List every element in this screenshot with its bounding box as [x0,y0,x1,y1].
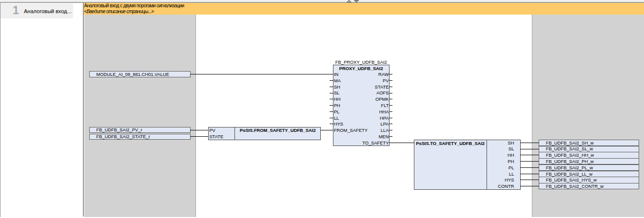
svg-text:LL: LL [334,116,339,121]
svg-text:FB_UDFB_SAI2_PV_r: FB_UDFB_SAI2_PV_r [97,127,142,132]
svg-text:SL: SL [334,91,339,95]
svg-text:PV: PV [209,128,215,133]
svg-text:HPA: HPA [380,116,389,121]
svg-text:CONTR: CONTR [498,184,514,189]
svg-text:RAW: RAW [378,72,389,77]
svg-text:LPA: LPA [381,122,390,127]
svg-text:AOFS: AOFS [376,91,389,95]
svg-text:HYS: HYS [334,122,343,127]
svg-text:PL: PL [508,165,514,170]
svg-text:FB_UDFB_SAI2_SH_w: FB_UDFB_SAI2_SH_w [546,141,594,145]
svg-text:FLT: FLT [381,103,389,108]
svg-text:FB_UDFB_SAI2_STATE_r: FB_UDFB_SAI2_STATE_r [97,134,150,139]
svg-text:PH: PH [334,103,340,108]
svg-text:FB_UDFB_SAI2_PH_w: FB_UDFB_SAI2_PH_w [546,159,594,164]
svg-text:FB_UDFB_SAI2_PL_w: FB_UDFB_SAI2_PL_w [546,165,593,170]
svg-text:PsSIS.TO_SAFETY_UDFB_SAI2: PsSIS.TO_SAFETY_UDFB_SAI2 [416,141,485,146]
svg-text:LLA: LLA [381,128,389,133]
svg-text:OPMK: OPMK [375,97,389,102]
svg-text:FB_PROXY_UDFB_SAI2: FB_PROXY_UDFB_SAI2 [335,60,387,65]
svg-text:MODULE_AI_08_881.CH01.VALUE: MODULE_AI_08_881.CH01.VALUE [97,72,169,77]
svg-text:TO_SAFETY: TO_SAFETY [362,141,389,145]
svg-text:PsSIS.FROM_SAFETY_UDFB_SAI2: PsSIS.FROM_SAFETY_UDFB_SAI2 [240,128,316,133]
svg-text:PV: PV [383,78,389,83]
svg-text:MA: MA [334,78,341,83]
svg-text:FROM_SAFETY: FROM_SAFETY [334,128,368,133]
svg-text:STATE: STATE [375,85,389,90]
svg-text:FB_UDFB_SAI2_CONTR_w: FB_UDFB_SAI2_CONTR_w [546,184,604,189]
svg-text:FB_UDFB_SAI2_HYS_w: FB_UDFB_SAI2_HYS_w [546,178,597,182]
svg-text:HH: HH [334,97,341,102]
svg-text:MEN: MEN [379,134,389,139]
svg-text:PROXY_UDFB_SAI2: PROXY_UDFB_SAI2 [339,66,383,71]
svg-text:SL: SL [508,146,514,151]
svg-text:HH: HH [507,153,514,158]
svg-text:HYS: HYS [505,178,514,182]
svg-text:FB_UDFB_SAI2_LL_w: FB_UDFB_SAI2_LL_w [546,172,593,177]
svg-text:PL: PL [334,109,339,114]
svg-text:SH: SH [508,141,514,145]
svg-text:STATE: STATE [209,134,223,139]
svg-text:PH: PH [508,159,514,164]
svg-text:IN: IN [334,72,338,77]
svg-text:HHA: HHA [379,109,389,114]
svg-text:FB_UDFB_SAI2_SL_w: FB_UDFB_SAI2_SL_w [546,146,593,151]
svg-text:LL: LL [509,172,514,177]
svg-text:FB_UDFB_SAI2_HH_w: FB_UDFB_SAI2_HH_w [546,153,594,158]
svg-text:SH: SH [334,85,340,90]
